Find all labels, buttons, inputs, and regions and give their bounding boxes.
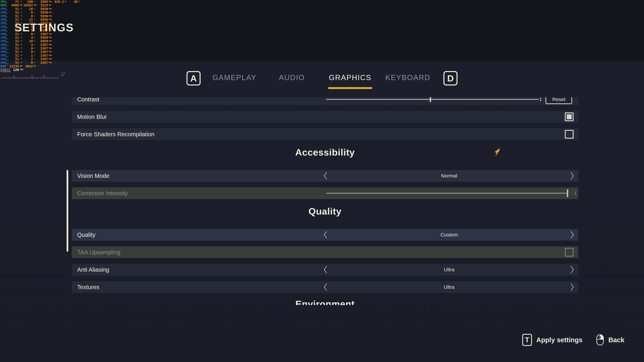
setting-row-motion-blur[interactable]: Motion Blur xyxy=(72,111,578,123)
chevron-left-icon[interactable] xyxy=(323,283,327,291)
correction-slider-track xyxy=(326,193,568,194)
back-button[interactable]: Back xyxy=(608,336,624,344)
section-heading-environment: Environment xyxy=(72,293,578,305)
setting-row-anti-aliasing[interactable]: Anti Aliasing Ultra xyxy=(72,264,578,276)
setting-row-correction-intensity: Correction Intensity 1 xyxy=(72,187,578,199)
tab-audio[interactable]: AUDIO xyxy=(279,73,305,82)
mouse-cursor-icon xyxy=(494,148,500,157)
setting-row-vision-mode[interactable]: Vision Mode Normal xyxy=(72,170,578,182)
setting-label-force-shaders: Force Shaders Recompilation xyxy=(77,131,154,138)
contrast-slider-track[interactable] xyxy=(326,99,538,100)
correction-value: 1 xyxy=(572,191,578,196)
setting-row-taa-upsampling: TAA Upsampling xyxy=(72,246,578,258)
vision-mode-value: Normal xyxy=(334,173,565,179)
frametime-label: Frametime xyxy=(0,70,10,73)
setting-row-contrast[interactable]: Contrast 1 Reset xyxy=(72,97,578,105)
reset-button[interactable]: Reset xyxy=(546,97,572,104)
chevron-left-icon[interactable] xyxy=(323,231,327,239)
tab-gameplay[interactable]: GAMEPLAY xyxy=(212,73,256,82)
force-shaders-checkbox[interactable] xyxy=(565,130,574,139)
section-heading-accessibility: Accessibility xyxy=(72,140,578,164)
frametime-graph xyxy=(1,75,60,80)
frametime-value: 7.6 ms xyxy=(62,72,65,76)
setting-row-quality[interactable]: Quality Custom xyxy=(72,229,578,241)
setting-label-correction-intensity: Correction Intensity xyxy=(77,190,128,197)
tab-keyboard[interactable]: KEYBOARD xyxy=(386,73,430,82)
keyboard-key-a-icon: A xyxy=(186,71,200,85)
chevron-right-icon[interactable] xyxy=(570,231,574,239)
keyboard-key-d-icon: D xyxy=(444,71,458,85)
setting-label-taa-upsampling: TAA Upsampling xyxy=(77,249,120,256)
setting-row-force-shaders[interactable]: Force Shaders Recompilation xyxy=(72,128,578,140)
section-heading-quality: Quality xyxy=(72,199,578,223)
tab-graphics[interactable]: GRAPHICS xyxy=(329,73,372,82)
chevron-right-icon[interactable] xyxy=(570,172,574,180)
chevron-right-icon[interactable] xyxy=(570,266,574,274)
setting-label-motion-blur: Motion Blur xyxy=(77,113,107,120)
setting-row-textures[interactable]: Textures Ultra xyxy=(72,281,578,293)
apply-settings-button[interactable]: Apply settings xyxy=(536,336,582,344)
textures-value: Ultra xyxy=(334,284,565,290)
contrast-value: 1 xyxy=(536,97,545,102)
footer-bar: T Apply settings Back xyxy=(522,334,624,346)
setting-label-quality: Quality xyxy=(77,231,96,238)
chevron-left-icon[interactable] xyxy=(323,266,327,274)
contrast-slider-thumb[interactable] xyxy=(430,97,431,102)
chevron-left-icon[interactable] xyxy=(323,172,327,180)
correction-slider-thumb xyxy=(567,189,568,197)
setting-label-anti-aliasing: Anti Aliasing xyxy=(77,266,109,273)
taa-upsampling-checkbox xyxy=(565,248,574,257)
chevron-right-icon[interactable] xyxy=(570,283,574,291)
scroll-indicator[interactable] xyxy=(66,170,68,252)
quality-value: Custom xyxy=(334,232,565,238)
keyboard-key-t-icon: T xyxy=(522,334,532,346)
settings-list: Contrast 1 Reset Motion Blur Force Shade… xyxy=(72,97,578,305)
motion-blur-checkbox[interactable] xyxy=(565,112,574,121)
mouse-right-click-icon xyxy=(596,334,604,346)
setting-label-vision-mode: Vision Mode xyxy=(77,172,109,179)
setting-label-textures: Textures xyxy=(77,284,99,291)
setting-label-contrast: Contrast xyxy=(77,97,99,103)
anti-aliasing-value: Ultra xyxy=(334,267,565,273)
